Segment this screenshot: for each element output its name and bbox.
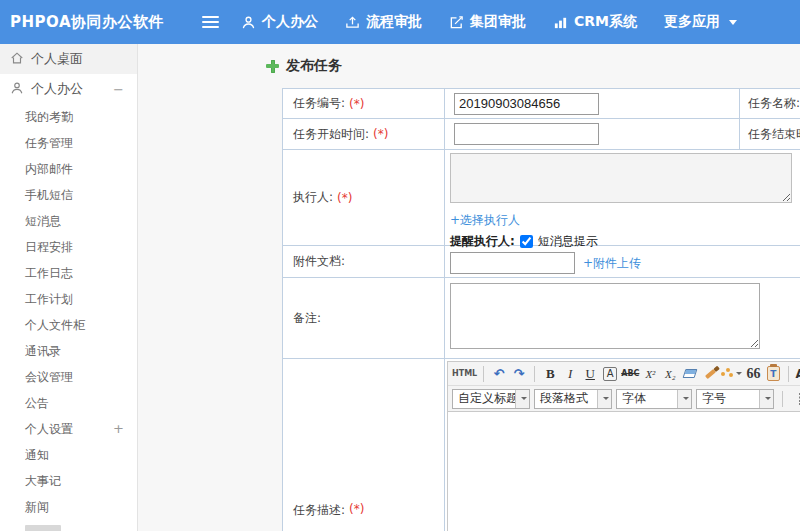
attachment-label: 附件文档:	[283, 246, 445, 277]
collapse-icon[interactable]: −	[113, 82, 124, 97]
subscript-button[interactable]: X₂	[661, 365, 679, 383]
sidebar-item-personal-settings[interactable]: 个人设置 +	[0, 416, 137, 442]
sidebar-item-meeting-management[interactable]: 会议管理	[0, 364, 137, 390]
form-row-start-time: 任务开始时间:(*) 任务结束时间:(*)	[283, 119, 800, 150]
nav-personal-office[interactable]: 个人办公	[241, 13, 318, 31]
eraser-icon[interactable]	[681, 365, 699, 383]
form-row-executor: 执行人:(*) +选择执行人 提醒执行人: 短消息提示	[283, 150, 800, 246]
underline-button[interactable]: U	[581, 365, 599, 383]
caret-down-icon	[729, 20, 737, 25]
nav-group-approval[interactable]: 集团审批	[449, 13, 526, 31]
editor-content-area[interactable]	[448, 412, 800, 531]
blockquote-button[interactable]: 66	[744, 365, 762, 383]
undo-icon[interactable]: ↶	[490, 365, 508, 383]
edit-square-icon	[449, 15, 464, 30]
caret-down-icon	[597, 390, 611, 408]
sidebar-item-milestones[interactable]: 大事记	[0, 468, 137, 494]
sidebar-item-personal-file-cabinet[interactable]: 个人文件柜	[0, 312, 137, 338]
sidebar-item-internal-mail[interactable]: 内部邮件	[0, 156, 137, 182]
caret-down-icon	[759, 390, 773, 408]
page-title: 发布任务	[286, 57, 342, 75]
main-content: 发布任务 任务编号:(*) 任务名称:(*) 任务开始时间:(*)	[138, 44, 800, 531]
paragraph-format-select[interactable]: 段落格式	[534, 389, 612, 409]
choose-executor-link[interactable]: +选择执行人	[450, 212, 520, 229]
sidebar-item-notice[interactable]: 通知	[0, 442, 137, 468]
nav-workflow-approval[interactable]: 流程审批	[345, 13, 422, 31]
sidebar-item-mobile-sms[interactable]: 手机短信	[0, 182, 137, 208]
sidebar-item-personal-office[interactable]: 个人办公 −	[0, 74, 137, 104]
strikethrough-button[interactable]: ABC	[621, 365, 639, 383]
workflow-icon	[345, 15, 360, 30]
top-navigation: 个人办公 流程审批 集团审批 CRM系统 更多应用	[241, 13, 764, 31]
bold-button[interactable]: B	[541, 365, 559, 383]
redo-icon[interactable]: ↷	[510, 365, 528, 383]
nav-more-apps[interactable]: 更多应用	[664, 13, 737, 31]
font-size-select[interactable]: 字号	[696, 389, 774, 409]
remark-textarea[interactable]	[450, 283, 760, 349]
superscript-button[interactable]: X²	[641, 365, 659, 383]
end-time-label: 任务结束时间:(*)	[740, 119, 800, 149]
font-family-select[interactable]: 字体	[616, 389, 692, 409]
user-icon	[241, 15, 256, 30]
caret-down-icon	[677, 390, 691, 408]
home-icon	[10, 51, 24, 68]
description-label: 任务描述:(*)	[283, 359, 445, 531]
paste-icon[interactable]: T	[764, 365, 782, 383]
start-time-label: 任务开始时间:(*)	[283, 119, 445, 149]
format-brush-icon[interactable]	[701, 365, 719, 383]
remark-label: 备注:	[283, 278, 445, 358]
executor-label: 执行人:(*)	[283, 150, 445, 245]
sidebar-item-my-attendance[interactable]: 我的考勤	[0, 104, 137, 130]
sidebar-item-task-management[interactable]: 任务管理	[0, 130, 137, 156]
executor-textarea[interactable]	[450, 153, 792, 203]
task-no-input[interactable]	[454, 93, 599, 115]
form-row-attachment: 附件文档: +附件上传	[283, 246, 800, 278]
sidebar-item-announcement[interactable]: 公告	[0, 390, 137, 416]
sidebar-item-personal-desktop[interactable]: 个人桌面	[0, 44, 137, 74]
html-source-button[interactable]: HTML	[452, 365, 477, 383]
sidebar-item-schedule[interactable]: 日程安排	[0, 234, 137, 260]
sidebar-item-short-message[interactable]: 短消息	[0, 208, 137, 234]
task-name-label: 任务名称:(*)	[740, 89, 800, 118]
rich-text-editor: HTML ↶ ↷ B I U A ABC X² X₂	[447, 361, 800, 531]
sidebar-item-work-log[interactable]: 工作日志	[0, 260, 137, 286]
form-row-description: 任务描述:(*) HTML ↶ ↷ B I U A	[283, 359, 800, 531]
font-border-button[interactable]: A	[603, 367, 617, 381]
attachment-input[interactable]	[450, 252, 575, 274]
plus-icon	[266, 60, 279, 73]
nav-crm-system[interactable]: CRM系统	[553, 13, 637, 31]
bar-chart-icon	[553, 15, 568, 30]
italic-button[interactable]: I	[561, 365, 579, 383]
form-row-task-no: 任务编号:(*) 任务名称:(*)	[283, 89, 800, 119]
sidebar-item-address-book[interactable]: 通讯录	[0, 338, 137, 364]
start-time-input[interactable]	[454, 123, 599, 145]
expand-icon[interactable]: +	[113, 416, 124, 442]
font-color-button[interactable]: A	[795, 365, 800, 383]
user-icon	[10, 81, 24, 98]
sidebar-item-news[interactable]: 新闻	[0, 494, 137, 520]
publish-task-form: 任务编号:(*) 任务名称:(*) 任务开始时间:(*) 任务结束时间:(*)	[282, 88, 800, 531]
sidebar-item-work-plan[interactable]: 工作计划	[0, 286, 137, 312]
sidebar-item-partial[interactable]	[25, 525, 61, 531]
sidebar: 个人桌面 个人办公 − 我的考勤 任务管理 内部邮件 手机短信 短消息 日程安排…	[0, 44, 138, 531]
topbar: PHPOA协同办公软件 个人办公 流程审批 集团审批	[0, 0, 800, 44]
highlight-color-icon[interactable]	[721, 365, 742, 383]
custom-title-select[interactable]: 自定义标题	[452, 389, 530, 409]
editor-toolbar-bottom: 自定义标题 段落格式 字体	[448, 386, 800, 412]
page-header: 发布任务	[266, 57, 342, 75]
task-no-label: 任务编号:(*)	[283, 89, 445, 118]
editor-toolbar-top: HTML ↶ ↷ B I U A ABC X² X₂	[448, 362, 800, 386]
menu-toggle-icon[interactable]	[198, 9, 223, 35]
caret-down-icon	[515, 390, 529, 408]
form-row-remark: 备注:	[283, 278, 800, 359]
attachment-upload-link[interactable]: +附件上传	[583, 255, 641, 272]
app-logo: PHPOA协同办公软件	[10, 13, 188, 32]
